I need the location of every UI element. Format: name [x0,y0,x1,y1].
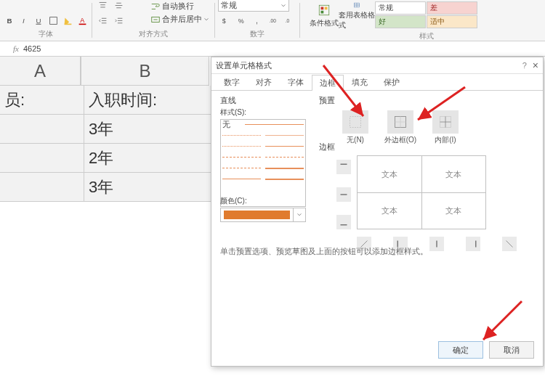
wrap-text-button[interactable]: 自动换行 [148,0,211,12]
align-top-button[interactable] [95,0,110,12]
color-dropdown[interactable] [220,208,306,222]
comma-button[interactable]: , [250,13,265,28]
fx-icon[interactable]: fx [13,44,19,53]
svg-line-48 [506,241,513,248]
svg-text:B: B [7,16,12,24]
svg-rect-34 [350,117,361,128]
close-icon[interactable]: × [533,60,538,70]
line-style-option[interactable] [222,157,261,158]
line-style-list[interactable]: 无 [220,119,306,207]
svg-rect-28 [325,7,328,10]
border-hmiddle-button[interactable] [336,187,351,202]
formula-bar: fx 4625 [0,41,545,57]
border-diag-down-button[interactable] [502,237,517,251]
border-vmiddle-button[interactable] [429,237,444,251]
tab-protection[interactable]: 保护 [376,74,408,90]
border-panel: 边框 文本 文本 文本 文本 [319,142,522,235]
line-style-option[interactable] [265,179,304,180]
dialog-tabs: 数字 对齐 字体 边框 填充 保护 [211,74,543,91]
svg-rect-4 [64,23,71,25]
preset-outline-button[interactable]: 外边框(O) [382,110,419,145]
border-diagram: 文本 文本 文本 文本 [336,155,496,235]
accounting-format-button[interactable]: $ [218,13,233,28]
tab-fill[interactable]: 填充 [344,74,376,90]
line-style-option[interactable] [245,124,304,125]
align-middle-button[interactable] [111,0,126,12]
line-style-option[interactable] [265,157,304,158]
style-neutral[interactable]: 适中 [427,15,477,28]
format-cells-dialog: 设置单元格格式 ? × 数字 对齐 字体 边框 填充 保护 直线 样式(S): … [211,57,544,367]
cell[interactable] [0,115,84,144]
preset-inside-button[interactable]: 内部(I) [427,110,464,145]
style-normal[interactable]: 常规 [375,1,426,15]
color-panel: 颜色(C): [220,196,306,222]
italic-button[interactable]: I [17,13,31,28]
svg-text:%: % [238,17,243,24]
svg-rect-29 [321,11,324,14]
style-good[interactable]: 好 [375,15,426,28]
cell[interactable] [0,173,84,202]
column-header-a[interactable]: A [0,57,81,86]
alignment-group-label: 对齐方式 [95,29,211,39]
font-group: B I U A 字体 [0,0,92,41]
border-bottom-button[interactable] [336,215,351,229]
increase-indent-button[interactable] [111,13,126,28]
svg-text:.0: .0 [285,17,289,23]
ribbon: B I U A 字体 自动换行 合并后居中 [0,0,545,41]
font-color-button[interactable]: A [76,13,89,28]
border-section-label: 边框 [319,142,522,152]
style-none[interactable]: 无 [222,119,230,130]
line-style-option[interactable] [265,135,304,136]
cell[interactable] [0,144,84,173]
help-button[interactable]: ? [522,61,527,70]
border-top-button[interactable] [336,160,351,174]
style-label: 样式(S): [220,107,306,118]
line-panel: 直线 样式(S): 无 [220,95,306,207]
formula-value[interactable]: 4625 [23,44,41,53]
preset-none-button[interactable]: 无(N) [336,110,374,145]
color-swatch [224,211,290,219]
cell[interactable]: 入职时间: [84,86,217,115]
line-style-option[interactable] [222,179,261,179]
cell[interactable]: 2年 [84,144,217,173]
fill-color-button[interactable] [61,13,74,28]
line-style-option[interactable] [222,168,261,168]
cancel-button[interactable]: 取消 [489,341,534,359]
border-preview[interactable]: 文本 文本 文本 文本 [357,155,486,229]
decrease-decimal-button[interactable]: .0 [282,13,296,28]
svg-rect-26 [319,5,329,15]
svg-text:I: I [23,16,25,24]
column-header-b[interactable]: B [81,57,209,86]
decrease-indent-button[interactable] [95,13,110,28]
conditional-format-button[interactable]: 条件格式 [310,1,339,30]
dialog-title: 设置单元格格式 [216,60,272,71]
border-button[interactable] [47,13,60,28]
cell[interactable]: 员: [0,86,84,115]
styles-group: 条件格式 套用表格格式 常规 差 好 适中 样式 [300,0,480,41]
border-right-button[interactable] [466,237,480,251]
line-style-option[interactable] [265,146,304,147]
cell[interactable]: 3年 [84,173,217,202]
line-style-option[interactable] [222,135,261,136]
tab-alignment[interactable]: 对齐 [248,74,280,90]
line-style-option[interactable] [265,168,304,169]
number-format-dropdown[interactable]: 常规 [218,0,289,12]
cell-styles-gallery[interactable]: 常规 差 好 适中 [375,1,477,28]
tab-font[interactable]: 字体 [280,74,312,90]
format-as-table-button[interactable]: 套用表格格式 [339,1,375,30]
bold-button[interactable]: B [3,13,16,28]
tab-border[interactable]: 边框 [312,75,344,91]
line-style-option[interactable] [222,146,261,147]
percent-button[interactable]: % [234,13,249,28]
svg-text:A: A [80,16,84,23]
underline-button[interactable]: U [32,13,45,28]
tab-number[interactable]: 数字 [216,74,248,90]
increase-decimal-button[interactable]: .00 [266,13,280,28]
style-bad[interactable]: 差 [427,1,477,15]
merge-center-button[interactable]: 合并后居中 [148,13,211,25]
styles-group-label: 样式 [375,31,477,41]
chevron-down-icon [203,15,209,24]
cell[interactable]: 3年 [84,115,217,144]
ok-button[interactable]: 确定 [438,341,483,359]
font-group-label: 字体 [3,29,89,39]
